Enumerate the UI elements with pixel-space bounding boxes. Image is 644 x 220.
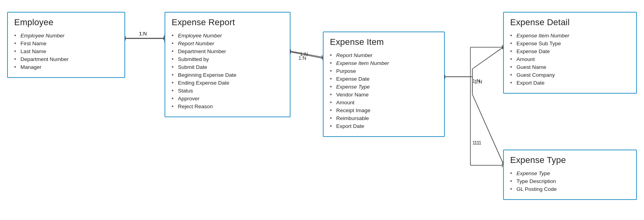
bullet: • <box>172 95 176 102</box>
list-item: •Report Number <box>172 39 283 47</box>
bullet: • <box>330 99 334 105</box>
list-item: •Amount <box>330 98 438 106</box>
expense-type-fields: •Expense Type •Type Description •GL Post… <box>510 169 630 193</box>
svg-line-8 <box>472 47 503 69</box>
list-item: •Expense Sub Type <box>510 39 630 47</box>
field-first-name: First Name <box>20 41 46 46</box>
field-ei-expense-date: Expense Date <box>336 76 370 82</box>
relation-1n-report: 1:N <box>300 51 308 57</box>
list-item: •Guest Company <box>510 71 630 79</box>
list-item: •Expense Type <box>330 83 438 91</box>
field-er-employee-number: Employee Number <box>178 33 222 39</box>
field-vendor-name: Vendor Name <box>336 92 369 98</box>
svg-line-11 <box>472 94 503 163</box>
field-guest-name: Guest Name <box>516 64 546 70</box>
entity-expense-report: Expense Report •Employee Number •Report … <box>165 12 291 117</box>
bullet: • <box>172 79 176 86</box>
employee-fields: •Employee Number •First Name •Last Name … <box>14 31 118 71</box>
entity-expense-type: Expense Type •Expense Type •Type Descrip… <box>503 150 637 200</box>
list-item: •Export Date <box>330 122 438 130</box>
list-item: •Submit Date <box>172 63 283 71</box>
list-item: •GL Posting Code <box>510 185 630 193</box>
expense-report-fields: •Employee Number •Report Number •Departm… <box>172 31 283 110</box>
field-employee-number: Employee Number <box>20 33 65 39</box>
bullet: • <box>510 178 514 184</box>
entity-expense-item: Expense Item •Report Number •Expense Ite… <box>323 31 445 137</box>
list-item: •Expense Item Number <box>330 59 438 67</box>
field-ending-expense-date: Ending Expense Date <box>178 80 229 86</box>
list-item: •Submitted by <box>172 55 283 63</box>
bullet: • <box>14 40 18 46</box>
bullet: • <box>510 170 514 176</box>
list-item: •Department Number <box>14 55 118 63</box>
diagram-container: 1:N 1:N 1:N 1:1 Employee •Employee Numbe… <box>0 0 644 220</box>
field-approver: Approver <box>178 96 200 102</box>
list-item: •Expense Date <box>330 75 438 83</box>
bullet: • <box>14 64 18 70</box>
list-item: •Expense Type <box>510 169 630 177</box>
list-item: •Reject Reason <box>172 102 283 110</box>
list-item: •Reimbursable <box>330 114 438 122</box>
relation-1n-detail: 1:N <box>472 78 480 84</box>
bullet: • <box>330 52 334 58</box>
bullet: • <box>172 103 176 109</box>
field-status: Status <box>178 88 193 94</box>
field-ei-export-date: Export Date <box>336 123 364 129</box>
field-gl-posting-code: GL Posting Code <box>516 186 557 192</box>
field-report-number: Report Number <box>178 41 214 46</box>
expense-type-title: Expense Type <box>510 155 630 165</box>
field-expense-sub-type: Expense Sub Type <box>516 41 561 46</box>
entity-employee: Employee •Employee Number •First Name •L… <box>7 12 125 78</box>
field-dept-number: Department Number <box>178 48 226 54</box>
field-ei-amount: Amount <box>336 100 355 105</box>
list-item: •Approver <box>172 94 283 102</box>
list-item: •Employee Number <box>172 31 283 39</box>
field-ed-expense-date: Expense Date <box>516 48 550 54</box>
list-item: •Expense Item Number <box>510 31 630 39</box>
field-receipt-image: Receipt Image <box>336 107 370 113</box>
field-manager: Manager <box>20 64 41 70</box>
bullet: • <box>172 56 176 62</box>
list-item: •Last Name <box>14 47 118 55</box>
field-submit-date: Submit Date <box>178 64 207 70</box>
bullet: • <box>330 107 334 113</box>
list-item: •Expense Date <box>510 47 630 55</box>
list-item: •Ending Expense Date <box>172 79 283 87</box>
expense-detail-fields: •Expense Item Number •Expense Sub Type •… <box>510 31 630 87</box>
field-reimbursable: Reimbursable <box>336 115 369 121</box>
bullet: • <box>330 76 334 82</box>
field-et-expense-type: Expense Type <box>516 170 550 176</box>
bullet: • <box>330 123 334 129</box>
list-item: •Employee Number <box>14 31 118 39</box>
bullet: • <box>330 60 334 66</box>
bullet: • <box>172 32 176 39</box>
field-ed-export-date: Export Date <box>516 80 544 86</box>
field-expense-type: Expense Type <box>336 84 370 90</box>
list-item: •Export Date <box>510 79 630 87</box>
field-beginning-expense-date: Beginning Expense Date <box>178 72 237 78</box>
relation-1n-employee: 1:N <box>139 31 147 37</box>
expense-report-title: Expense Report <box>172 17 283 28</box>
list-item: •Receipt Image <box>330 106 438 114</box>
field-submitted-by: Submitted by <box>178 56 209 62</box>
field-guest-company: Guest Company <box>516 72 555 78</box>
bullet: • <box>14 48 18 54</box>
bullet: • <box>510 186 514 192</box>
list-item: •Vendor Name <box>330 91 438 98</box>
bullet: • <box>330 68 334 74</box>
expense-item-title: Expense Item <box>330 37 438 47</box>
list-item: •Department Number <box>172 47 283 55</box>
field-department-number: Department Number <box>20 56 68 62</box>
field-last-name: Last Name <box>20 48 46 54</box>
list-item: •Status <box>172 87 283 94</box>
field-ed-expense-item-number: Expense Item Number <box>516 33 569 39</box>
list-item: •First Name <box>14 39 118 47</box>
list-item: •Report Number <box>330 51 438 59</box>
bullet: • <box>172 87 176 94</box>
bullet: • <box>14 32 18 39</box>
entity-expense-detail: Expense Detail •Expense Item Number •Exp… <box>503 12 637 94</box>
expense-detail-title: Expense Detail <box>510 17 630 28</box>
bullet: • <box>510 32 514 39</box>
bullet: • <box>172 64 176 70</box>
bullet: • <box>14 56 18 62</box>
